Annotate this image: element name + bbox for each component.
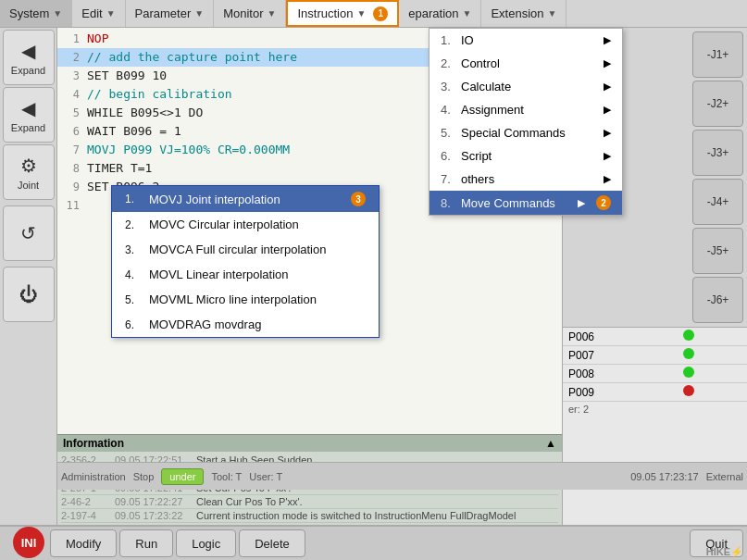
menu-edit[interactable]: Edit ▼ — [72, 0, 125, 27]
run-button[interactable]: Run — [119, 529, 173, 557]
modify-button[interactable]: Modify — [50, 529, 117, 557]
sidebar-extra[interactable]: ↺ — [3, 205, 55, 261]
delete-button[interactable]: Delete — [239, 529, 305, 557]
menu-extension-arrow: ▼ — [548, 8, 557, 19]
logic-button[interactable]: Logic — [176, 529, 236, 557]
submenu-movj[interactable]: 1. MOVJ Joint interpolation 3 — [112, 186, 379, 212]
bottom-toolbar: INI Modify Run Logic Delete Quit HIKE⚡ — [0, 525, 747, 560]
submenu-movc[interactable]: 2. MOVC Circular interpolation — [112, 212, 379, 237]
menu-special-commands[interactable]: 5. Special Commands ▶ — [430, 121, 622, 144]
menu-extension[interactable]: Extension ▼ — [481, 0, 566, 27]
points-table: P006 P007 P008 P009 — [563, 328, 747, 402]
menu-script[interactable]: 6. Script ▶ — [430, 144, 622, 168]
dot-green — [683, 367, 694, 378]
menu-parameter[interactable]: Parameter ▼ — [126, 0, 215, 27]
info-header: Information ▲ — [57, 434, 562, 452]
expand-top-icon: ◀ — [21, 40, 35, 62]
sidebar-power[interactable]: ⏻ — [3, 267, 55, 322]
jog-j4[interactable]: -J4+ — [692, 179, 743, 225]
menu-calculate[interactable]: 3. Calculate ▶ — [430, 75, 622, 98]
menu-instruction[interactable]: Instruction ▼ 1 — [286, 0, 399, 27]
table-row: P006 — [563, 328, 747, 346]
dot-green — [683, 330, 694, 341]
menu-monitor[interactable]: Monitor ▼ — [214, 0, 286, 27]
menu-bar: System ▼ Edit ▼ Parameter ▼ Monitor ▼ In… — [0, 0, 747, 28]
menu-assignment[interactable]: 4. Assignment ▶ — [430, 98, 622, 121]
jog-j6[interactable]: -J6+ — [692, 277, 743, 323]
menu-io[interactable]: 1. IO ▶ — [430, 29, 622, 52]
jog-j5[interactable]: -J5+ — [692, 228, 743, 274]
jog-j3[interactable]: -J3+ — [692, 130, 743, 176]
instruction-badge: 1 — [373, 6, 388, 21]
points-area: P006 P007 P008 P009 — [563, 327, 747, 525]
table-row: P009 — [563, 383, 747, 402]
submenu-movl[interactable]: 4. MOVL Linear interpolation — [112, 262, 379, 287]
move-commands-badge: 2 — [596, 195, 611, 210]
left-sidebar: ◀ Expand ◀ Expand ⚙ Joint ↺ ⏻ — [0, 28, 57, 525]
ini-badge: INI — [13, 527, 44, 558]
main-layout: ◀ Expand ◀ Expand ⚙ Joint ↺ ⏻ 1 NOP 2 //… — [0, 28, 747, 525]
menu-move-commands[interactable]: 8. Move Commands ▶ 2 — [430, 191, 622, 215]
menu-others[interactable]: 7. others ▶ — [430, 168, 622, 191]
menu-instruction-arrow: ▼ — [356, 8, 366, 19]
menu-monitor-arrow: ▼ — [268, 8, 277, 19]
status-under-btn[interactable]: under — [161, 468, 204, 485]
submenu-movdrag[interactable]: 6. MOVDRAG movdrag — [112, 312, 379, 337]
log-row-5: 2-197-4 09.05 17:23:22 Current instructi… — [61, 509, 558, 523]
sidebar-expand-top[interactable]: ◀ Expand — [3, 30, 55, 85]
submenu-movml[interactable]: 5. MOVML Micro line interpolation — [112, 287, 379, 312]
menu-preparation-arrow: ▼ — [463, 8, 472, 19]
jog-j2[interactable]: -J2+ — [692, 81, 743, 127]
dot-green — [683, 348, 694, 359]
menu-preparation[interactable]: eparation ▼ — [399, 0, 481, 27]
sidebar-expand-bottom[interactable]: ◀ Expand — [3, 87, 55, 143]
table-row: P007 — [563, 346, 747, 365]
move-commands-submenu: 1. MOVJ Joint interpolation 3 2. MOVC Ci… — [111, 185, 380, 338]
status-bar: Administration Stop under Tool: T User: … — [57, 462, 747, 490]
menu-system-arrow: ▼ — [53, 8, 62, 19]
counter-label: er: 2 — [563, 402, 747, 417]
table-row: P008 — [563, 365, 747, 383]
menu-edit-arrow: ▼ — [106, 8, 116, 19]
instruction-dropdown: 1. IO ▶ 2. Control ▶ 3. Calculate ▶ 4. A… — [429, 28, 623, 216]
extra-icon: ↺ — [20, 222, 36, 244]
menu-system[interactable]: System ▼ — [0, 0, 72, 27]
hike-logo: HIKE⚡ — [706, 546, 743, 558]
sidebar-joint[interactable]: ⚙ Joint — [3, 144, 55, 200]
menu-control[interactable]: 2. Control ▶ — [430, 52, 622, 75]
movj-badge: 3 — [351, 192, 366, 206]
joint-icon: ⚙ — [20, 155, 37, 177]
dot-red — [683, 385, 694, 396]
menu-parameter-arrow: ▼ — [194, 8, 204, 19]
power-icon: ⏻ — [19, 284, 38, 305]
expand-bottom-icon: ◀ — [21, 97, 35, 119]
jog-j1[interactable]: -J1+ — [692, 31, 743, 78]
submenu-movca[interactable]: 3. MOVCA Full circular interpolation — [112, 237, 379, 262]
log-row-4: 2-46-2 09.05 17:22:27 Clean Cur Pos To P… — [61, 495, 558, 509]
